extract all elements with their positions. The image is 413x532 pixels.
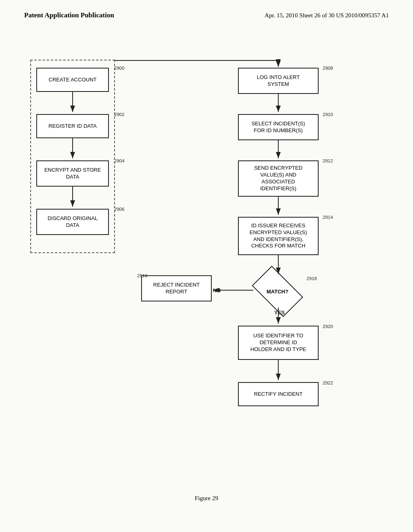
label-2918: 2918 (307, 276, 317, 281)
reject-incident-box: REJECT INCIDENT REPORT (141, 275, 212, 301)
label-2922: 2922 (323, 380, 333, 385)
label-2912: 2912 (323, 158, 333, 163)
label-2902: 2902 (114, 112, 125, 117)
use-identifier-box: USE IDENTIFIER TO DETERMINE ID HOLDER AN… (238, 326, 319, 360)
label-2906: 2906 (114, 207, 125, 212)
publication-info: Apr. 15, 2010 Sheet 26 of 30 US 2010/009… (265, 12, 389, 19)
figure-caption: Figure 29 (0, 495, 413, 510)
label-2908: 2908 (323, 66, 333, 71)
page-header: Patent Application Publication Apr. 15, … (0, 0, 413, 23)
label-2916: 2916 (137, 273, 148, 278)
label-2920: 2920 (323, 324, 333, 329)
log-into-box: LOG INTO ALERT SYSTEM (238, 68, 319, 94)
label-2910: 2910 (323, 112, 333, 117)
publication-title: Patent Application Publication (24, 11, 114, 19)
label-2904: 2904 (114, 158, 125, 163)
page: Patent Application Publication Apr. 15, … (0, 0, 413, 532)
flowchart-diagram: CREATE ACCOUNT 2900 REGISTER ID DATA 290… (0, 27, 413, 491)
encrypt-store-box: ENCRYPT AND STORE DATA (36, 160, 109, 187)
register-id-box: REGISTER ID DATA (36, 114, 109, 138)
label-2900: 2900 (114, 66, 125, 71)
no-label: NO (213, 287, 221, 293)
rectify-incident-box: RECTIFY INCIDENT (238, 382, 319, 406)
create-account-box: CREATE ACCOUNT (36, 68, 109, 92)
yes-label: YES (274, 310, 285, 316)
select-incident-box: SELECT INCIDENT(S) FOR ID NUMBER(S) (238, 114, 319, 140)
label-2914: 2914 (323, 215, 333, 220)
id-issuer-box: ID ISSUER RECEIVES ENCRYPTED VALUE(S) AN… (238, 217, 319, 255)
match-diamond: MATCH? (253, 275, 302, 308)
send-encrypted-box: SEND ENCRYPTED VALUE(S) AND ASSOCIATED I… (238, 160, 319, 197)
discard-original-box: DISCARD ORIGINAL DATA (36, 209, 109, 235)
